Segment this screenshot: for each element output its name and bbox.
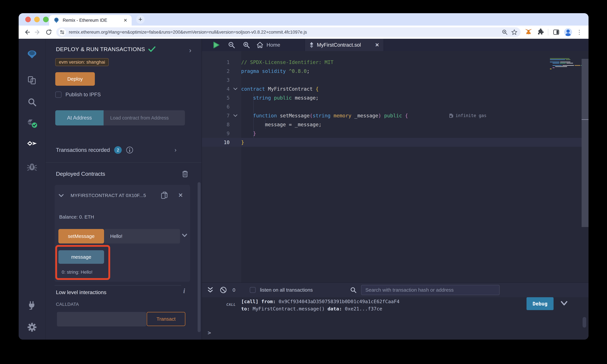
zoom-out-icon[interactable] — [228, 41, 235, 49]
code-line[interactable]: 9 } — [202, 129, 581, 138]
calldata-input[interactable] — [57, 312, 146, 326]
low-level-header: Low level interactions — [56, 289, 106, 295]
log-to-label: to: — [241, 306, 250, 312]
solidity-file-icon — [309, 42, 314, 48]
close-window-button[interactable] — [25, 17, 31, 22]
profile-avatar[interactable] — [564, 28, 572, 36]
copy-icon[interactable] — [161, 192, 168, 199]
browser-tab[interactable]: Remix - Ethereum IDE ✕ — [49, 15, 132, 26]
terminal-log[interactable]: CALL [call] from: 0x9Cf934043aD350758391… — [202, 297, 589, 340]
traffic-lights — [25, 17, 49, 22]
tab-close-icon[interactable]: ✕ — [124, 18, 127, 23]
code-line[interactable]: 1// SPDX-License-Identifier: MIT — [202, 58, 581, 67]
publish-ipfs-label: Publish to IPFS — [66, 92, 101, 98]
panel-scrollbar[interactable] — [198, 182, 200, 332]
remix-logo-icon[interactable] — [27, 49, 37, 60]
minimap-line — [549, 60, 580, 62]
set-message-input[interactable] — [105, 229, 180, 244]
browser-tabstrip: Remix - Ethereum IDE ✕ + — [19, 13, 589, 26]
file-explorer-icon[interactable] — [27, 76, 37, 85]
transactions-expand-icon[interactable]: › — [174, 146, 176, 154]
back-icon[interactable] — [24, 29, 30, 36]
annotation-highlight-box: message 0: string: Hello! — [55, 245, 110, 280]
terminal-scrollbar[interactable] — [583, 317, 586, 327]
terminal-prompt[interactable]: > — [208, 329, 211, 336]
debugger-icon[interactable] — [27, 163, 37, 171]
new-tab-button[interactable]: + — [136, 15, 145, 24]
fold-chevron-icon[interactable] — [233, 88, 237, 90]
publish-ipfs-checkbox[interactable] — [55, 91, 62, 98]
log-to-value: MyFirstContract.message() — [253, 306, 325, 312]
forward-icon[interactable] — [35, 29, 41, 36]
expand-args-chevron-icon[interactable] — [182, 234, 187, 237]
message-getter-button[interactable]: message — [58, 250, 104, 264]
code-line[interactable]: 8 message = _message; — [202, 120, 581, 129]
code-line[interactable]: 6 — [202, 102, 581, 111]
zoom-in-icon[interactable] — [243, 41, 250, 49]
tab-myfirstcontract[interactable]: MyFirstContract.sol ✕ — [305, 39, 384, 51]
close-file-tab-icon[interactable]: ✕ — [375, 42, 379, 48]
zoom-window-button[interactable] — [43, 17, 49, 22]
home-tab-label: Home — [266, 42, 280, 48]
panel-expand-icon[interactable]: › — [189, 47, 191, 53]
tab-home[interactable]: Home — [256, 39, 280, 51]
code-line[interactable]: 5 string public message; — [202, 93, 581, 102]
reload-icon[interactable] — [45, 29, 52, 36]
log-entry[interactable]: [call] from: 0x9Cf934043aD350758391b0D01… — [241, 298, 399, 312]
terminal-search-input[interactable] — [361, 285, 500, 295]
browser-menu-icon[interactable]: ⋮ — [576, 28, 582, 36]
minimize-window-button[interactable] — [34, 17, 40, 22]
minimap-line — [549, 66, 580, 67]
remove-instance-icon[interactable]: ✕ — [178, 192, 183, 198]
code-line[interactable]: 2pragma solidity ^0.8.0; — [202, 67, 581, 76]
log-from-value: 0x9Cf934043aD350758391b0D01c49a1cE62fCaa… — [278, 299, 399, 304]
site-settings-icon[interactable] — [59, 28, 66, 36]
run-script-icon[interactable] — [212, 41, 220, 49]
file-tab-label: MyFirstContract.sol — [317, 42, 373, 48]
fold-chevron-icon[interactable] — [233, 114, 237, 117]
transact-button[interactable]: Transact — [147, 312, 185, 326]
log-expand-chevron-icon[interactable] — [561, 301, 567, 306]
editor-minimap[interactable] — [549, 58, 580, 70]
clear-console-icon[interactable] — [220, 286, 227, 294]
collapse-chevron-icon[interactable] — [59, 194, 64, 197]
low-level-info-icon[interactable]: i — [183, 287, 185, 295]
code-line[interactable]: 10} — [202, 138, 581, 147]
search-icon[interactable] — [27, 97, 37, 107]
metamask-extension-icon[interactable] — [525, 28, 532, 36]
at-address-input[interactable] — [104, 110, 185, 125]
at-address-button[interactable]: At Address — [55, 110, 104, 125]
side-panel-icon[interactable] — [553, 28, 560, 36]
trash-icon[interactable] — [182, 170, 188, 178]
editor-scrollbar[interactable] — [581, 59, 589, 227]
scroll-to-bottom-icon[interactable] — [208, 287, 213, 293]
zoom-page-icon[interactable] — [502, 29, 508, 35]
code-line[interactable]: 7 function setMessage(string memory _mes… — [202, 111, 581, 120]
minimap-line — [549, 68, 580, 70]
minimap-line — [549, 65, 580, 66]
deploy-run-icon[interactable] — [26, 141, 38, 150]
bookmark-star-icon[interactable] — [511, 29, 517, 35]
scrollbar-split — [581, 119, 589, 120]
listen-transactions-checkbox[interactable] — [250, 287, 256, 293]
debug-button[interactable]: Debug — [527, 297, 554, 310]
code-line[interactable]: 4contract MyFirstContract { — [202, 84, 581, 93]
url-bar[interactable]: remix.ethereum.org/#lang=en&optimize=fal… — [56, 27, 521, 37]
info-icon[interactable] — [126, 146, 133, 154]
extensions-puzzle-icon[interactable] — [536, 28, 544, 36]
home-icon — [256, 41, 264, 49]
call-type-badge: CALL — [226, 302, 236, 307]
toolbar-separator — [548, 29, 548, 36]
minimap-line — [549, 59, 580, 60]
settings-gear-icon[interactable] — [27, 323, 37, 332]
deploy-button[interactable]: Deploy — [55, 72, 95, 86]
remix-app: DEPLOY & RUN TRANSACTIONS › evm version:… — [19, 39, 589, 340]
log-data-value: 0xe21...f37ce — [345, 306, 382, 312]
plugin-manager-icon[interactable] — [27, 300, 37, 310]
screen: Remix - Ethereum IDE ✕ + remix.ethereum.… — [0, 0, 607, 364]
contract-instance-title[interactable]: MYFIRSTCONTRACT AT 0X10F...5 — [71, 193, 146, 198]
code-line[interactable]: 3 — [202, 76, 581, 84]
code-editor[interactable]: 1// SPDX-License-Identifier: MIT2pragma … — [202, 51, 589, 282]
set-message-button[interactable]: setMessage — [58, 229, 104, 244]
solidity-compiler-icon[interactable] — [26, 118, 38, 129]
